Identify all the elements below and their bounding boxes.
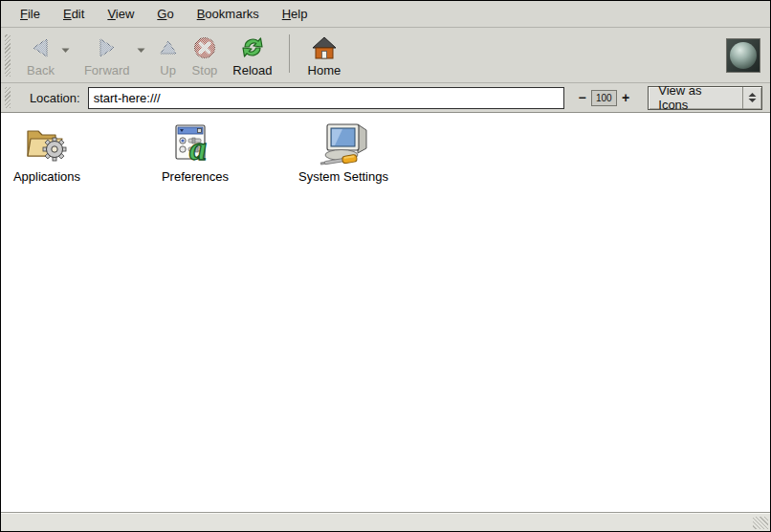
zoom-level-indicator: 100 [591, 90, 618, 106]
location-label: Location: [30, 91, 80, 105]
locationbar-drag-handle[interactable] [5, 87, 11, 108]
stop-button[interactable]: Stop [187, 33, 223, 78]
back-history-chevron-icon[interactable] [60, 47, 71, 54]
menu-file[interactable]: File [9, 3, 52, 25]
item-label: Preferences [162, 169, 229, 184]
toolbar-drag-handle[interactable] [5, 34, 11, 77]
reload-label: Reload [232, 63, 272, 78]
forward-icon [96, 33, 119, 62]
back-label: Back [27, 63, 55, 78]
back-icon [29, 33, 52, 62]
resize-grip[interactable] [753, 517, 768, 529]
home-label: Home [308, 63, 341, 78]
menu-view[interactable]: View [96, 3, 145, 25]
zoom-out-button[interactable]: − [578, 90, 585, 105]
throbber-orb-icon [726, 38, 760, 73]
stop-label: Stop [192, 63, 218, 78]
dropdown-arrow-icon [742, 87, 761, 109]
back-button[interactable]: Back [22, 33, 59, 78]
forward-label: Forward [84, 63, 130, 78]
forward-button[interactable]: Forward [79, 33, 135, 78]
up-icon [160, 33, 177, 62]
computer-screwdriver-icon [316, 120, 371, 166]
applications-folder-gear-icon [23, 120, 71, 166]
menu-help[interactable]: Help [271, 3, 319, 25]
toolbar-separator [289, 34, 290, 73]
svg-text:a: a [189, 129, 207, 166]
zoom-in-button[interactable]: + [622, 90, 629, 105]
stop-icon [192, 33, 217, 62]
menubar: File Edit View Go Bookmarks Help [1, 1, 770, 28]
file-manager-window: File Edit View Go Bookmarks Help Back [0, 0, 771, 532]
forward-history-chevron-icon[interactable] [136, 47, 146, 54]
preferences-capplet-icon: a [173, 120, 217, 166]
location-bar: Location: − 100 + View as Icons [1, 83, 770, 113]
view-mode-label: View as Icons [649, 83, 742, 112]
desktop-item-preferences[interactable]: a Preferences [143, 120, 248, 184]
home-icon [312, 33, 337, 62]
up-button[interactable]: Up [155, 33, 182, 78]
desktop-item-system-settings[interactable]: System Settings [291, 120, 396, 184]
desktop-item-applications[interactable]: Applications [0, 120, 99, 184]
menu-edit[interactable]: Edit [52, 3, 96, 25]
toolbar: Back Forward [1, 28, 770, 83]
item-label: Applications [13, 169, 80, 184]
menu-bookmarks[interactable]: Bookmarks [186, 3, 271, 25]
item-label: System Settings [298, 169, 388, 184]
up-label: Up [160, 63, 176, 78]
status-bar [1, 512, 770, 531]
reload-button[interactable]: Reload [228, 33, 276, 78]
location-input[interactable] [88, 87, 565, 109]
view-mode-dropdown[interactable]: View as Icons [648, 86, 762, 110]
menu-go[interactable]: Go [145, 3, 185, 25]
icon-view-pane: Applications a Prefe [1, 113, 770, 512]
reload-icon [239, 33, 266, 62]
home-button[interactable]: Home [303, 33, 346, 78]
